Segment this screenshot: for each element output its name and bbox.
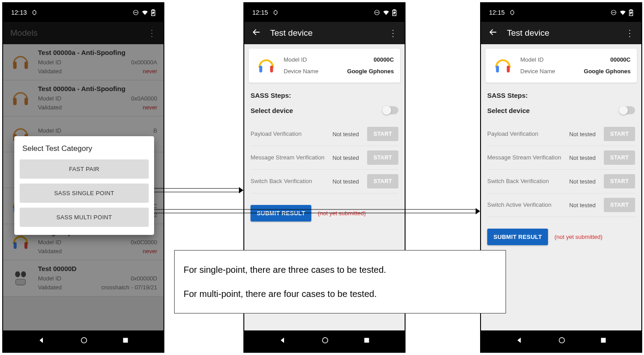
- nav-bar: [244, 330, 405, 352]
- device-card: Model ID00000C Device NameGoogle Gphones: [249, 49, 400, 83]
- select-device-toggle[interactable]: [383, 106, 398, 114]
- svg-marker-40: [476, 208, 480, 214]
- test-step-row: Payload VerificationNot testedSTART: [251, 122, 398, 146]
- wifi-icon: [383, 9, 389, 16]
- select-device-label: Select device: [487, 107, 530, 114]
- step-label: Message Stream Verification: [487, 154, 565, 162]
- select-device-label: Select device: [251, 107, 293, 114]
- test-step-row: Switch Back VerificationNot testedSTART: [251, 170, 398, 193]
- test-step-row: Switch Active VerificationNot testedSTAR…: [487, 193, 635, 217]
- svg-rect-26: [364, 338, 369, 343]
- debug-icon: [272, 9, 279, 16]
- back-icon[interactable]: [279, 336, 287, 346]
- svg-point-25: [322, 338, 328, 343]
- select-device-toggle[interactable]: [620, 106, 635, 114]
- dialog-title: Select Test Category: [20, 144, 149, 153]
- step-status: Not tested: [569, 155, 600, 161]
- home-icon[interactable]: [80, 336, 88, 346]
- menu-icon[interactable]: ⋮: [389, 28, 397, 38]
- start-button[interactable]: START: [367, 127, 398, 141]
- start-button[interactable]: START: [367, 174, 398, 188]
- select-test-category-dialog: Select Test Category FAST PAIR SASS SING…: [14, 136, 154, 235]
- dnd-icon: [133, 9, 139, 16]
- status-bar: 12:15: [244, 3, 405, 22]
- start-button[interactable]: START: [604, 198, 635, 212]
- dnd-icon: [374, 9, 380, 16]
- step-label: Switch Active Verification: [487, 201, 565, 209]
- svg-point-17: [81, 338, 87, 343]
- step-label: Payload Verification: [487, 130, 565, 138]
- step-status: Not tested: [332, 178, 364, 185]
- svg-rect-30: [630, 9, 632, 10]
- clock: 12:15: [489, 9, 505, 16]
- back-arrow-icon[interactable]: [251, 27, 261, 39]
- app-bar: Test device ⋮: [481, 22, 641, 44]
- annotation-box: For single-point, there are three cases …: [174, 250, 506, 313]
- page-title: Test device: [270, 28, 313, 38]
- step-label: Switch Back Verification: [251, 178, 329, 185]
- sass-steps-title: SASS Steps:: [251, 92, 398, 99]
- svg-rect-24: [270, 66, 273, 72]
- dnd-icon: [611, 9, 617, 16]
- battery-icon: [392, 9, 397, 16]
- recent-icon[interactable]: [122, 337, 129, 346]
- svg-marker-37: [239, 187, 243, 193]
- annotation-line-1: For single-point, there are three cases …: [184, 263, 497, 276]
- headphones-color-icon: [255, 54, 277, 77]
- home-icon[interactable]: [321, 336, 329, 346]
- test-step-row: Message Stream VerificationNot testedSTA…: [487, 146, 635, 170]
- model-id-label: Model ID: [284, 54, 307, 66]
- svg-rect-23: [259, 66, 263, 72]
- status-bar: 12:13: [3, 3, 163, 22]
- model-id-value: 00000C: [610, 54, 631, 66]
- back-icon[interactable]: [515, 336, 523, 346]
- start-button[interactable]: START: [604, 150, 635, 165]
- wifi-icon: [619, 9, 626, 16]
- sass-single-point-button[interactable]: SASS SINGLE POINT: [20, 184, 149, 203]
- start-button[interactable]: START: [604, 174, 635, 188]
- test-step-row: Payload VerificationNot testedSTART: [487, 122, 635, 146]
- phone-models: 12:13 Models ⋮ Test 00000a - Anti-Spoofi…: [2, 2, 164, 353]
- submit-result-button[interactable]: SUBMIT RESULT: [251, 205, 311, 221]
- device-name-value: Google Gphones: [347, 66, 394, 77]
- svg-rect-34: [601, 338, 606, 343]
- back-icon[interactable]: [38, 336, 46, 346]
- device-name-label: Device Name: [284, 66, 318, 77]
- wifi-icon: [142, 9, 148, 16]
- app-bar: Test device ⋮: [244, 22, 405, 44]
- back-arrow-icon[interactable]: [488, 27, 498, 39]
- test-step-row: Message Stream VerificationNot testedSTA…: [251, 146, 398, 170]
- menu-icon[interactable]: ⋮: [625, 28, 634, 38]
- home-icon[interactable]: [558, 336, 566, 346]
- svg-rect-3: [152, 9, 154, 10]
- step-status: Not tested: [569, 131, 600, 138]
- debug-icon: [509, 9, 515, 16]
- recent-icon[interactable]: [363, 337, 370, 346]
- battery-icon: [629, 9, 633, 16]
- nav-bar: [3, 330, 163, 352]
- headphones-color-icon: [492, 54, 514, 77]
- start-button[interactable]: START: [367, 150, 398, 165]
- step-status: Not tested: [332, 155, 364, 161]
- page-title: Test device: [507, 28, 549, 38]
- clock: 12:15: [252, 9, 268, 16]
- step-label: Message Stream Verification: [251, 154, 329, 162]
- recent-icon[interactable]: [600, 337, 607, 346]
- fast-pair-button[interactable]: FAST PAIR: [20, 159, 149, 179]
- model-id-label: Model ID: [520, 54, 544, 66]
- sass-steps-title: SASS Steps:: [487, 92, 635, 99]
- submit-status: (not yet submitted): [318, 210, 366, 217]
- svg-rect-22: [393, 9, 395, 10]
- device-card: Model ID00000C Device NameGoogle Gphones: [485, 49, 637, 83]
- submit-status: (not yet submitted): [554, 234, 602, 240]
- step-label: Switch Back Verification: [487, 178, 565, 185]
- device-name-value: Google Gphones: [584, 66, 631, 77]
- test-step-row: Switch Back VerificationNot testedSTART: [487, 170, 635, 193]
- clock: 12:13: [11, 9, 27, 16]
- svg-rect-31: [496, 66, 499, 72]
- sass-multi-point-button[interactable]: SASS MULTI POINT: [20, 208, 149, 227]
- start-button[interactable]: START: [604, 127, 635, 141]
- step-label: Payload Verification: [251, 130, 329, 138]
- submit-result-button[interactable]: SUBMIT RESULT: [487, 229, 548, 245]
- step-status: Not tested: [569, 202, 600, 209]
